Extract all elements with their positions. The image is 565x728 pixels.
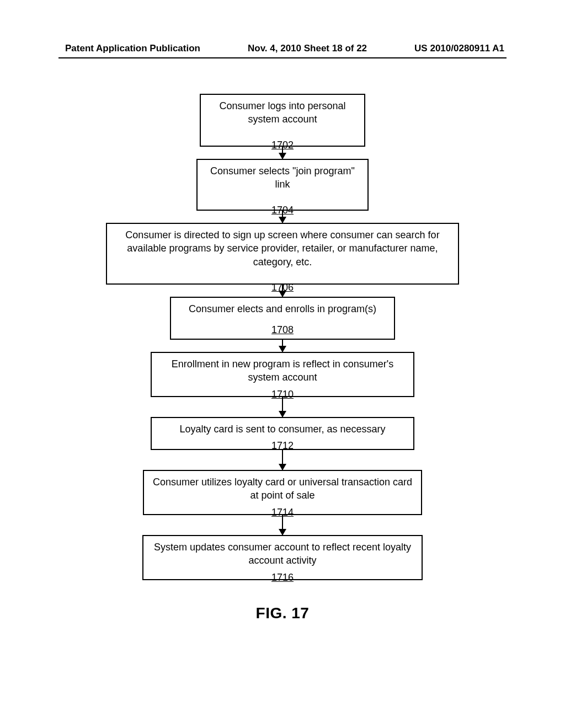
page-header: Patent Application Publication Nov. 4, 2… <box>0 43 565 54</box>
flow-arrow-icon <box>282 397 283 417</box>
flow-step-1714: Consumer utilizes loyalty card or univer… <box>143 470 422 515</box>
flow-step-1712: Loyalty card is sent to consumer, as nec… <box>151 417 414 450</box>
flow-arrow-icon <box>282 147 283 159</box>
patent-page: Patent Application Publication Nov. 4, 2… <box>0 0 565 728</box>
flow-step-ref: 1716 <box>271 571 294 584</box>
flow-step-ref: 1708 <box>271 323 294 336</box>
flow-step-text: Consumer selects "join program" link <box>205 164 360 191</box>
flow-step-1708: Consumer elects and enrolls in program(s… <box>170 297 395 340</box>
header-patent-number: US 2010/0280911 A1 <box>414 43 504 54</box>
flow-step-1704: Consumer selects "join program" link 170… <box>196 159 369 211</box>
flow-step-1710: Enrollment in new program is reflect in … <box>151 352 414 397</box>
flow-arrow-icon <box>282 450 283 470</box>
flow-arrow-icon <box>282 515 283 535</box>
flow-step-text: Consumer logs into personal system accou… <box>209 99 356 126</box>
flow-step-1706: Consumer is directed to sign up screen w… <box>106 223 459 285</box>
figure-label: FIG. 17 <box>256 604 310 622</box>
flow-step-text: Loyalty card is sent to consumer, as nec… <box>179 422 385 436</box>
flow-arrow-icon <box>282 340 283 352</box>
flow-step-text: Enrollment in new program is reflect in … <box>159 357 406 384</box>
header-publication: Patent Application Publication <box>65 43 200 54</box>
header-rule <box>58 57 507 58</box>
header-date-sheet: Nov. 4, 2010 Sheet 18 of 22 <box>248 43 367 54</box>
flow-arrow-icon <box>282 211 283 223</box>
flow-step-1716: System updates consumer account to refle… <box>142 535 423 580</box>
flow-step-text: Consumer elects and enrolls in program(s… <box>189 302 376 315</box>
flow-arrow-icon <box>282 285 283 297</box>
flowchart-figure: Consumer logs into personal system accou… <box>0 94 565 622</box>
flow-step-text: System updates consumer account to refle… <box>151 540 414 568</box>
flow-step-text: Consumer utilizes loyalty card or univer… <box>152 475 413 502</box>
flow-step-text: Consumer is directed to sign up screen w… <box>115 228 450 269</box>
flow-step-1702: Consumer logs into personal system accou… <box>200 94 365 147</box>
